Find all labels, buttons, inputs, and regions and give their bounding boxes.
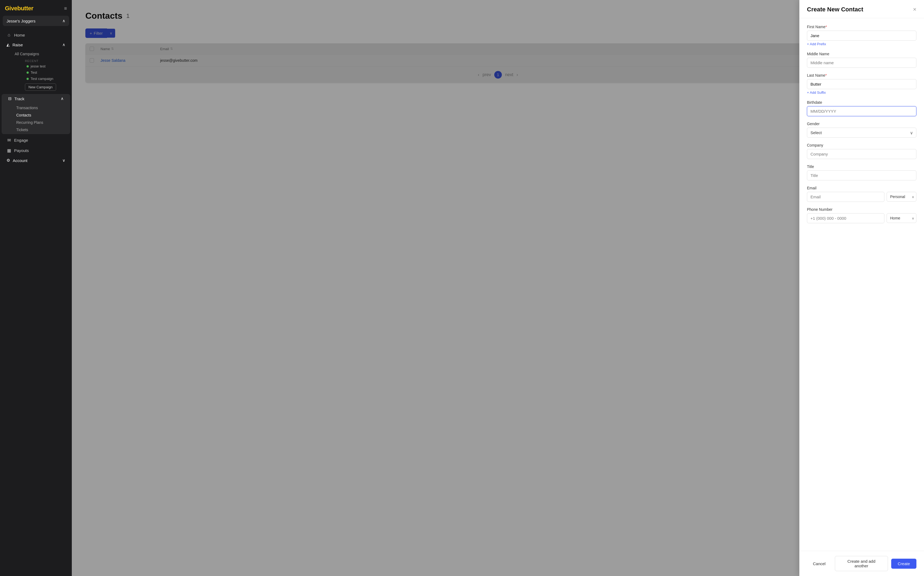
sidebar-item-home-label: Home xyxy=(14,33,25,37)
sidebar-item-jesse-test[interactable]: jesse test xyxy=(14,63,70,69)
org-selector[interactable]: Jesse's Joggers ∧ xyxy=(3,16,69,26)
gender-group: Gender Select Male Female Non-binary Pre… xyxy=(807,122,916,138)
status-dot xyxy=(27,72,29,74)
create-and-add-another-button[interactable]: Create and add another xyxy=(835,556,888,571)
raise-icon: ◭ xyxy=(6,42,10,47)
modal-overlay[interactable] xyxy=(72,0,924,576)
sidebar-item-test-campaign[interactable]: Test campaign xyxy=(14,75,70,82)
payouts-icon: ▦ xyxy=(6,148,11,153)
company-group: Company xyxy=(807,143,916,159)
phone-row: Home Mobile Work Other ∨ xyxy=(807,213,916,223)
phone-type-wrapper: Home Mobile Work Other ∨ xyxy=(887,213,916,223)
account-icon: ⚙ xyxy=(6,158,10,163)
app-logo: Givebutter xyxy=(5,5,33,12)
phone-label: Phone Number xyxy=(807,207,916,211)
sidebar-item-tickets[interactable]: Tickets xyxy=(14,126,69,133)
engage-label: Engage xyxy=(14,138,28,142)
sidebar-item-track[interactable]: ⊟ Track ∧ xyxy=(3,94,69,103)
status-dot xyxy=(27,65,29,67)
raise-label: Raise xyxy=(13,43,23,47)
sidebar-item-engage[interactable]: ✉ Engage xyxy=(2,135,70,145)
birthdate-input[interactable] xyxy=(807,106,916,116)
recent-label: RECENT xyxy=(12,58,72,63)
sidebar-item-recurring-plans[interactable]: Recurring Plans xyxy=(14,119,69,126)
email-input[interactable] xyxy=(807,192,884,202)
home-icon: ⌂ xyxy=(6,32,11,37)
phone-input[interactable] xyxy=(807,213,884,223)
sidebar-item-all-campaigns[interactable]: All Campaigns xyxy=(12,50,70,58)
sidebar-header: Givebutter ≡ xyxy=(0,0,72,16)
panel-header: Create New Contact × xyxy=(799,0,924,18)
first-name-label: First Name* xyxy=(807,25,916,29)
gender-select[interactable]: Select Male Female Non-binary Prefer not… xyxy=(807,128,916,138)
company-label: Company xyxy=(807,143,916,147)
add-suffix-link[interactable]: + Add Suffix xyxy=(807,91,826,94)
sidebar-item-transactions[interactable]: Transactions xyxy=(14,104,69,111)
email-type-select[interactable]: Personal Work Other xyxy=(887,192,916,202)
birthdate-group: Birthdate xyxy=(807,100,916,116)
payouts-label: Payouts xyxy=(14,148,29,153)
create-button[interactable]: Create xyxy=(891,558,916,569)
raise-subnav: All Campaigns RECENT jesse test Test Tes… xyxy=(0,50,72,93)
create-contact-panel: Create New Contact × First Name* + Add P… xyxy=(799,0,924,576)
sidebar-nav: ⌂ Home ◭ Raise ∧ All Campaigns RECENT je… xyxy=(0,29,72,166)
gender-label: Gender xyxy=(807,122,916,126)
sidebar-item-test[interactable]: Test xyxy=(14,69,70,75)
middle-name-input[interactable] xyxy=(807,58,916,68)
first-name-group: First Name* + Add Prefix xyxy=(807,25,916,46)
raise-chevron-icon: ∧ xyxy=(62,42,65,47)
org-chevron-icon: ∧ xyxy=(62,18,65,23)
cancel-button[interactable]: Cancel xyxy=(807,558,831,569)
new-campaign-button[interactable]: New Campaign xyxy=(25,83,56,91)
panel-body: First Name* + Add Prefix Middle Name Las… xyxy=(799,18,924,551)
sidebar: Givebutter ≡ Jesse's Joggers ∧ ⌂ Home ◭ … xyxy=(0,0,72,576)
sidebar-item-home[interactable]: ⌂ Home xyxy=(2,30,70,40)
required-marker: * xyxy=(825,25,827,29)
track-subnav: Transactions Contacts Recurring Plans Ti… xyxy=(2,104,70,134)
company-input[interactable] xyxy=(807,149,916,159)
phone-group: Phone Number Home Mobile Work Other ∨ xyxy=(807,207,916,223)
track-section: ⊟ Track ∧ Transactions Contacts Recurrin… xyxy=(2,94,70,134)
account-chevron-icon: ∨ xyxy=(62,158,65,163)
account-label: Account xyxy=(13,158,27,163)
hamburger-icon[interactable]: ≡ xyxy=(64,6,67,11)
title-group: Title xyxy=(807,165,916,181)
sidebar-item-payouts[interactable]: ▦ Payouts xyxy=(2,146,70,155)
status-dot xyxy=(27,78,29,80)
email-group: Email Personal Work Other ∨ xyxy=(807,186,916,202)
panel-footer: Cancel Create and add another Create xyxy=(799,551,924,576)
email-label: Email xyxy=(807,186,916,190)
add-prefix-link[interactable]: + Add Prefix xyxy=(807,42,826,46)
birthdate-label: Birthdate xyxy=(807,100,916,105)
sidebar-item-contacts[interactable]: Contacts xyxy=(14,112,69,119)
main-area: Contacts 1 + Filter ∨ Name xyxy=(72,0,924,576)
gender-select-wrapper: Select Male Female Non-binary Prefer not… xyxy=(807,128,916,138)
panel-title: Create New Contact xyxy=(807,6,863,13)
sidebar-item-raise[interactable]: ◭ Raise ∧ xyxy=(2,40,70,49)
title-label: Title xyxy=(807,165,916,169)
middle-name-label: Middle Name xyxy=(807,52,916,56)
track-label: Track xyxy=(14,96,24,101)
email-type-wrapper: Personal Work Other ∨ xyxy=(887,192,916,202)
track-chevron-icon: ∧ xyxy=(61,96,64,101)
title-input[interactable] xyxy=(807,170,916,181)
track-icon: ⊟ xyxy=(8,96,12,101)
email-row: Personal Work Other ∨ xyxy=(807,192,916,202)
first-name-input[interactable] xyxy=(807,30,916,41)
panel-close-button[interactable]: × xyxy=(913,6,916,13)
last-name-input[interactable] xyxy=(807,79,916,89)
last-name-group: Last Name* + Add Suffix xyxy=(807,73,916,95)
sidebar-item-account[interactable]: ⚙ Account ∨ xyxy=(2,156,70,165)
middle-name-group: Middle Name xyxy=(807,52,916,68)
org-name: Jesse's Joggers xyxy=(6,19,35,23)
phone-type-select[interactable]: Home Mobile Work Other xyxy=(887,213,916,223)
last-name-label: Last Name* xyxy=(807,73,916,77)
engage-icon: ✉ xyxy=(6,138,11,143)
